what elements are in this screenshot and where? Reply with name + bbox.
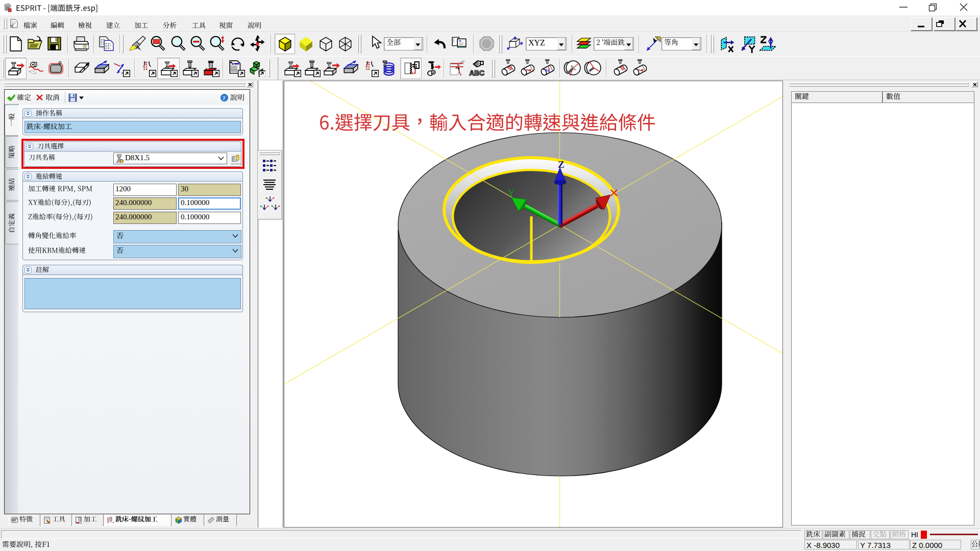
svg-text:ABC: ABC xyxy=(469,69,484,77)
svg-text:?: ? xyxy=(223,95,226,101)
svg-text:Y: Y xyxy=(508,188,514,198)
svg-text:Z: Z xyxy=(558,159,565,170)
